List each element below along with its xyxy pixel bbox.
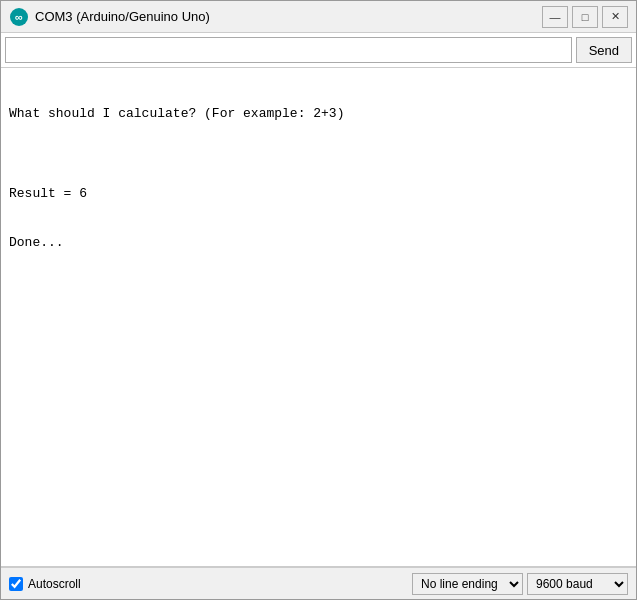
autoscroll-label: Autoscroll (28, 577, 81, 591)
line-ending-select[interactable]: No line ending Newline Carriage return B… (412, 573, 523, 595)
serial-line: Done... (9, 233, 628, 253)
status-right: No line ending Newline Carriage return B… (412, 573, 628, 595)
serial-output: What should I calculate? (For example: 2… (1, 68, 636, 567)
main-window: ∞ COM3 (Arduino/Genuino Uno) — □ ✕ Send … (0, 0, 637, 600)
baud-rate-select[interactable]: 300 baud 1200 baud 2400 baud 4800 baud 9… (527, 573, 628, 595)
close-button[interactable]: ✕ (602, 6, 628, 28)
serial-input[interactable] (5, 37, 572, 63)
title-bar-buttons: — □ ✕ (542, 6, 628, 28)
maximize-button[interactable]: □ (572, 6, 598, 28)
title-bar: ∞ COM3 (Arduino/Genuino Uno) — □ ✕ (1, 1, 636, 33)
serial-line: Result = 6 (9, 184, 628, 204)
autoscroll-container: Autoscroll (9, 577, 81, 591)
send-button[interactable]: Send (576, 37, 632, 63)
window-title: COM3 (Arduino/Genuino Uno) (35, 9, 542, 24)
serial-line: What should I calculate? (For example: 2… (9, 104, 628, 124)
svg-text:∞: ∞ (15, 11, 23, 23)
arduino-logo-icon: ∞ (9, 7, 29, 27)
minimize-button[interactable]: — (542, 6, 568, 28)
toolbar: Send (1, 33, 636, 68)
autoscroll-checkbox[interactable] (9, 577, 23, 591)
status-bar: Autoscroll No line ending Newline Carria… (1, 567, 636, 599)
